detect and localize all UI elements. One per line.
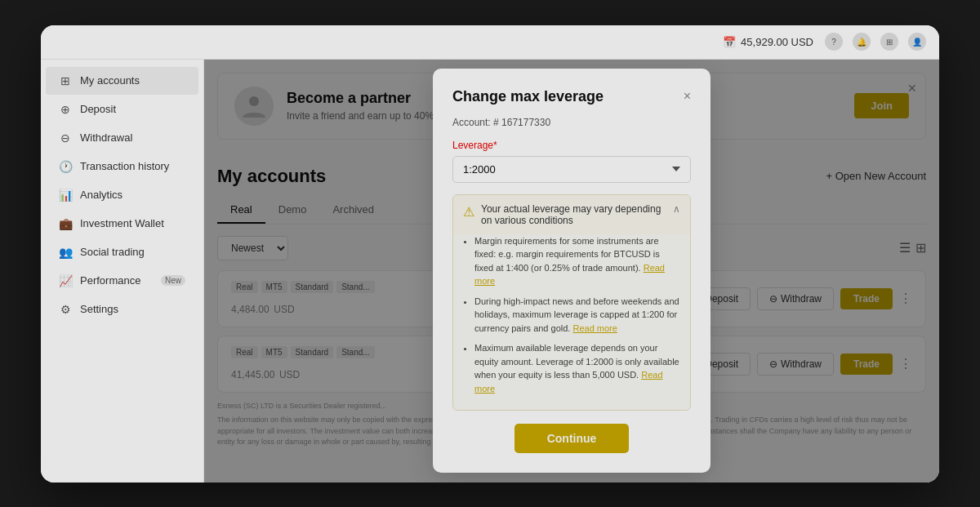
modal-overlay[interactable]: Change max leverage × Account: # 1671773…: [204, 60, 939, 483]
sidebar-label-history: Transaction history: [80, 160, 169, 172]
leverage-warning-box: ⚠ Your actual leverage may vary dependin…: [452, 194, 691, 411]
change-leverage-modal: Change max leverage × Account: # 1671773…: [433, 69, 710, 474]
sidebar-label-my-accounts: My accounts: [80, 74, 140, 87]
top-bar-icons: ? 🔔 ⊞ 👤: [825, 33, 926, 51]
read-more-link-1[interactable]: Read more: [474, 263, 665, 287]
grid-icon[interactable]: ⊞: [880, 33, 898, 51]
warning-item-2: During high-impact news and before weeke…: [474, 295, 680, 336]
modal-footer: Continue: [452, 424, 691, 453]
content-area: Become a partner Invite a friend and ear…: [204, 60, 939, 483]
analytics-icon: 📊: [59, 189, 72, 202]
sidebar-label-wallet: Investment Wallet: [80, 217, 164, 229]
deposit-icon: ⊕: [59, 103, 72, 116]
read-more-link-2[interactable]: Read more: [572, 323, 617, 333]
modal-close-button[interactable]: ×: [684, 89, 691, 104]
sidebar-item-investment-wallet[interactable]: 💼 Investment Wallet: [46, 210, 198, 238]
withdrawal-icon: ⊖: [59, 131, 72, 145]
warning-body: Margin requirements for some instruments…: [453, 234, 690, 411]
modal-account-number: Account: # 167177330: [452, 117, 691, 128]
sidebar-item-social-trading[interactable]: 👥 Social trading: [46, 238, 198, 266]
leverage-select[interactable]: 1:2000 1:1000 1:500 1:200 1:100 1:50: [452, 156, 691, 183]
balance-display: 📅 45,929.00 USD: [723, 36, 813, 48]
performance-badge: New: [161, 275, 185, 286]
sidebar-item-withdrawal[interactable]: ⊖ Withdrawal: [46, 124, 198, 152]
modal-title: Change max leverage: [452, 88, 604, 105]
warning-header-text: Your actual leverage may vary depending …: [481, 203, 666, 226]
social-icon: 👥: [59, 246, 72, 259]
continue-button[interactable]: Continue: [514, 424, 630, 453]
sidebar-label-social: Social trading: [80, 246, 145, 258]
leverage-field-label: Leverage*: [452, 140, 691, 151]
performance-icon: 📈: [59, 274, 72, 287]
modal-header: Change max leverage ×: [452, 88, 691, 105]
help-icon[interactable]: ?: [825, 33, 843, 51]
settings-icon: ⚙: [59, 303, 72, 316]
wallet-icon: 💼: [59, 217, 72, 230]
sidebar: ⊞ My accounts ⊕ Deposit ⊖ Withdrawal 🕐 T…: [41, 60, 204, 483]
top-bar: 📅 45,929.00 USD ? 🔔 ⊞ 👤: [41, 25, 939, 60]
avatar-icon[interactable]: 👤: [908, 33, 926, 51]
warning-item-3: Maximum available leverage depends on yo…: [474, 341, 680, 395]
sidebar-item-analytics[interactable]: 📊 Analytics: [46, 181, 198, 209]
sidebar-label-settings: Settings: [80, 303, 118, 315]
history-icon: 🕐: [59, 160, 72, 173]
warning-item-1: Margin requirements for some instruments…: [474, 234, 680, 288]
sidebar-label-deposit: Deposit: [80, 103, 116, 115]
sidebar-item-performance[interactable]: 📈 Performance New: [46, 267, 198, 295]
warning-collapse-icon[interactable]: ∧: [673, 203, 680, 215]
my-accounts-icon: ⊞: [59, 74, 72, 87]
sidebar-item-transaction-history[interactable]: 🕐 Transaction history: [46, 153, 198, 180]
leverage-required-star: *: [493, 140, 497, 151]
read-more-link-3[interactable]: Read more: [474, 370, 663, 394]
sidebar-item-my-accounts[interactable]: ⊞ My accounts: [46, 67, 198, 95]
sidebar-item-deposit[interactable]: ⊕ Deposit: [46, 96, 198, 123]
sidebar-item-settings[interactable]: ⚙ Settings: [46, 296, 198, 323]
warning-triangle-icon: ⚠: [463, 204, 474, 220]
sidebar-label-withdrawal: Withdrawal: [80, 131, 132, 144]
warning-header: ⚠ Your actual leverage may vary dependin…: [453, 195, 690, 234]
calendar-icon: 📅: [723, 36, 736, 48]
bell-icon[interactable]: 🔔: [853, 33, 871, 51]
balance-value: 45,929.00 USD: [741, 36, 813, 48]
sidebar-label-performance: Performance: [80, 274, 140, 287]
sidebar-label-analytics: Analytics: [80, 189, 122, 201]
